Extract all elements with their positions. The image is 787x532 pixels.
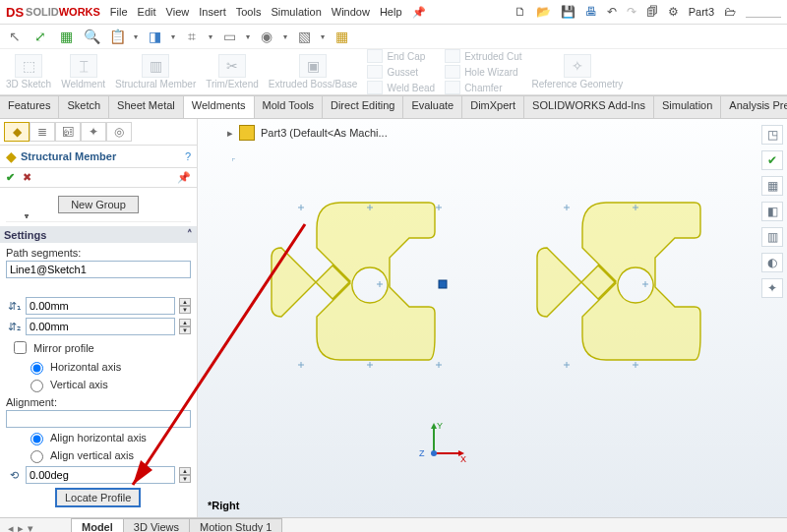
tab-sketch[interactable]: Sketch [58, 96, 109, 118]
svg-rect-26 [439, 280, 447, 288]
view-name-label: *Right [208, 500, 239, 511]
select-icon[interactable]: ↖ [6, 28, 24, 45]
d1-input[interactable] [26, 297, 175, 315]
menu-help[interactable]: Help [380, 6, 402, 19]
zoom-fit-icon[interactable]: ⤢ [31, 28, 49, 45]
copy-icon[interactable]: 📋 [108, 28, 126, 45]
print-icon[interactable]: 🖶▾ [585, 5, 597, 19]
tab-evaluate[interactable]: Evaluate [402, 96, 462, 118]
lights-icon[interactable]: ✦ [761, 278, 783, 298]
d2-spinner[interactable]: ▲▼ [179, 319, 191, 334]
tab-features[interactable]: Features [0, 96, 59, 118]
d1-spinner[interactable]: ▲▼ [179, 298, 191, 314]
menu-insert[interactable]: Insert [199, 6, 226, 19]
align-horizontal-radio[interactable]: Align horizontal axis [26, 430, 191, 445]
magnify-icon[interactable]: 🔍 [83, 28, 100, 45]
path-segments-input[interactable] [6, 261, 191, 278]
settings-section-header[interactable]: Settings˄ [0, 226, 197, 243]
tab-addins[interactable]: SOLIDWORKS Add-Ins [523, 96, 654, 118]
appearances-icon[interactable]: ◉ [258, 28, 275, 45]
open-icon[interactable]: 📂▾ [536, 5, 551, 19]
view-cube-icon[interactable]: ▦ [57, 28, 75, 45]
fm-tab-display[interactable]: ✦ [81, 122, 106, 142]
bottom-next-icon[interactable]: ▸ [18, 522, 24, 533]
tab-mold-tools[interactable]: Mold Tools [254, 96, 323, 118]
ribbon-trim-extend[interactable]: ✂Trim/Extend [206, 49, 259, 94]
new-group-button[interactable]: New Group [58, 196, 139, 213]
fm-tab-extra[interactable]: ◎ [106, 122, 132, 142]
ribbon-weldment[interactable]: ⌶Weldment [61, 49, 105, 94]
cancel-icon[interactable]: ✖ [23, 171, 31, 184]
ribbon-extruded-cut[interactable]: Extruded Cut [445, 49, 521, 63]
bottom-tab-3dviews[interactable]: 3D Views [123, 518, 190, 532]
d2-input[interactable] [26, 318, 175, 335]
tab-weldments[interactable]: Weldments [183, 95, 255, 117]
ribbon-weld-bead[interactable]: Weld Bead [367, 81, 435, 94]
menu-window[interactable]: Window [332, 6, 370, 19]
tab-simulation[interactable]: Simulation [653, 96, 721, 118]
redo-icon[interactable]: ↷ [627, 5, 636, 19]
orientation-triad: Y X Z [419, 419, 468, 470]
ribbon-structural-member[interactable]: ▥Structural Member [115, 49, 196, 94]
breadcrumb[interactable]: ▸ Part3 (Default<As Machi... [227, 125, 388, 141]
mirror-vertical-radio[interactable]: Vertical axis [26, 377, 191, 392]
menu-tools[interactable]: Tools [236, 6, 262, 19]
angle-input[interactable] [26, 466, 175, 484]
title-bar: DS SOLIDWORKS File Edit View Insert Tool… [0, 0, 787, 25]
part-icon [239, 125, 255, 141]
decals-icon[interactable]: ◐ [761, 253, 783, 272]
undo-icon[interactable]: ↶▾ [607, 5, 617, 19]
scene-icon[interactable]: ▦ [761, 176, 783, 196]
mirror-horizontal-radio[interactable]: Horizontal axis [26, 359, 191, 375]
view-cube-icon[interactable]: ◳ [761, 125, 783, 145]
save-icon[interactable]: 💾▾ [561, 5, 575, 19]
search-icon[interactable]: 🗁 [724, 5, 736, 19]
menu-view[interactable]: View [166, 6, 190, 19]
menu-file[interactable]: File [110, 6, 128, 19]
locate-profile-button[interactable]: Locate Profile [55, 488, 141, 507]
alignment-input[interactable] [6, 410, 191, 428]
view-orientation-icon[interactable]: ▧ [295, 28, 313, 45]
feature-manager-tabs: ◆ ≣ 🗟 ✦ ◎ [0, 119, 197, 146]
rebuild-icon[interactable]: 🗐▾ [646, 5, 658, 19]
mirror-profile-checkbox[interactable]: Mirror profile [10, 338, 191, 357]
angle-spinner[interactable]: ▲▼ [179, 467, 191, 483]
display-style-icon[interactable]: ▭ [220, 28, 238, 45]
graphics-viewport[interactable]: ▸ Part3 (Default<As Machi... [198, 119, 787, 517]
ribbon-extruded-boss[interactable]: ▣Extruded Boss/Base [269, 49, 358, 94]
fm-tab-config[interactable]: 🗟 [55, 122, 81, 142]
isometric-icon[interactable]: ◨ [146, 28, 163, 45]
accept-icon[interactable]: ✔ [6, 171, 15, 184]
help-icon[interactable]: ? [185, 150, 191, 162]
tab-direct-editing[interactable]: Direct Editing [322, 96, 403, 118]
search-field-placeholder[interactable] [746, 7, 781, 18]
ribbon-end-cap[interactable]: End Cap [367, 49, 435, 63]
tab-analysis-prep[interactable]: Analysis Preparation [720, 96, 787, 118]
bottom-list-icon[interactable]: ▾ [28, 522, 33, 533]
ribbon-reference-geometry[interactable]: ✧Reference Geometry [532, 49, 624, 94]
ribbon-chamfer[interactable]: Chamfer [445, 81, 521, 94]
pushpin-icon[interactable]: 📌 [177, 171, 191, 184]
new-doc-icon[interactable]: 🗋▾ [515, 5, 526, 19]
section-icon[interactable]: ⌗ [183, 28, 201, 45]
pin-icon[interactable]: 📌 [412, 6, 426, 19]
tab-dimxpert[interactable]: DimXpert [461, 96, 524, 118]
camera-icon[interactable]: ▥ [761, 227, 783, 247]
bottom-tab-model[interactable]: Model [71, 518, 124, 532]
ribbon-hole-wizard[interactable]: Hole Wizard [445, 65, 521, 79]
menu-edit[interactable]: Edit [138, 6, 156, 19]
fm-tab-tree[interactable]: ≣ [30, 122, 55, 142]
hidden-lines-icon[interactable]: ▦ [333, 28, 350, 45]
tab-sheet-metal[interactable]: Sheet Metal [108, 96, 184, 118]
fm-tab-property[interactable]: ◆ [4, 122, 30, 142]
menu-simulation[interactable]: Simulation [271, 6, 321, 19]
bottom-prev-icon[interactable]: ◂ [8, 522, 14, 533]
ribbon-3d-sketch[interactable]: ⬚3D Sketch [6, 49, 51, 94]
quick-access-toolbar: ↖ ⤢ ▦ 🔍 📋 ▾ ◨ ▾ ⌗ ▾ ▭ ▾ ◉ ▾ ▧ ▾ ▦ [0, 25, 787, 49]
bottom-tab-motion[interactable]: Motion Study 1 [189, 518, 282, 532]
align-vertical-radio[interactable]: Align vertical axis [26, 447, 191, 463]
appearance-icon[interactable]: ✔ [761, 150, 783, 170]
ribbon-gusset[interactable]: Gusset [367, 65, 435, 79]
options-icon[interactable]: ⚙▾ [668, 5, 679, 19]
view-settings-icon[interactable]: ◧ [761, 202, 783, 221]
